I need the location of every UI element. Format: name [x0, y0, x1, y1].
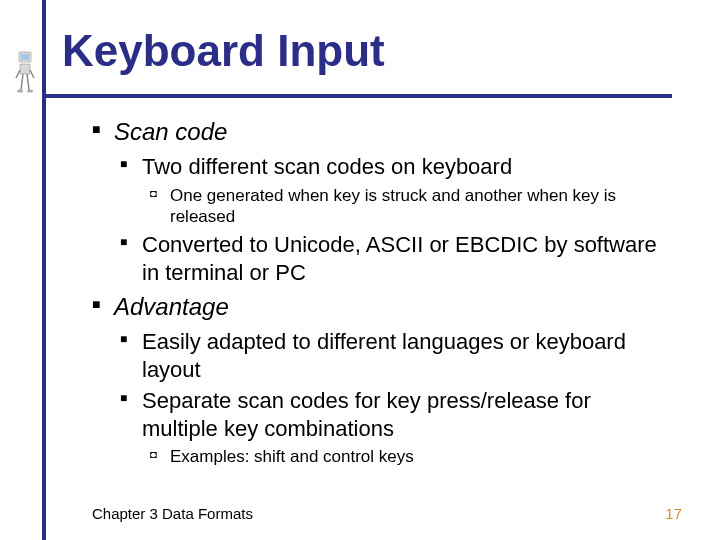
svg-rect-2 — [20, 64, 30, 74]
bullet-text: Separate scan codes for key press/releas… — [142, 388, 591, 441]
bullet-lvl2: Easily adapted to different languages or… — [120, 328, 672, 383]
bullet-text: Scan code — [114, 118, 227, 145]
svg-line-3 — [16, 70, 20, 78]
computer-character-icon — [14, 50, 36, 94]
bullet-lvl1: Scan code Two different scan codes on ke… — [92, 117, 672, 286]
svg-line-6 — [27, 74, 29, 90]
bullet-text: Easily adapted to different languages or… — [142, 329, 626, 382]
svg-rect-1 — [21, 54, 29, 60]
page-number: 17 — [665, 505, 682, 522]
slide-title: Keyboard Input — [62, 26, 385, 76]
bullet-lvl3: Examples: shift and control keys — [150, 446, 672, 467]
bullet-text: Examples: shift and control keys — [170, 447, 414, 466]
bullet-text: Converted to Unicode, ASCII or EBCDIC by… — [142, 232, 657, 285]
bullet-text: Two different scan codes on keyboard — [142, 154, 512, 179]
vertical-rule — [42, 0, 46, 540]
bullet-text: Advantage — [114, 293, 229, 320]
bullet-lvl3: One generated when key is struck and ano… — [150, 185, 672, 228]
bullet-lvl2: Two different scan codes on keyboard One… — [120, 153, 672, 227]
footer-chapter: Chapter 3 Data Formats — [92, 505, 253, 522]
svg-line-4 — [30, 70, 34, 78]
bullet-lvl2: Converted to Unicode, ASCII or EBCDIC by… — [120, 231, 672, 286]
bullet-lvl1: Advantage Easily adapted to different la… — [92, 292, 672, 467]
svg-line-5 — [21, 74, 23, 90]
bullet-lvl2: Separate scan codes for key press/releas… — [120, 387, 672, 467]
horizontal-rule — [46, 94, 672, 98]
bullet-text: One generated when key is struck and ano… — [170, 186, 616, 226]
slide-body: Scan code Two different scan codes on ke… — [92, 117, 672, 473]
svg-point-8 — [27, 90, 33, 93]
svg-point-7 — [17, 90, 23, 93]
